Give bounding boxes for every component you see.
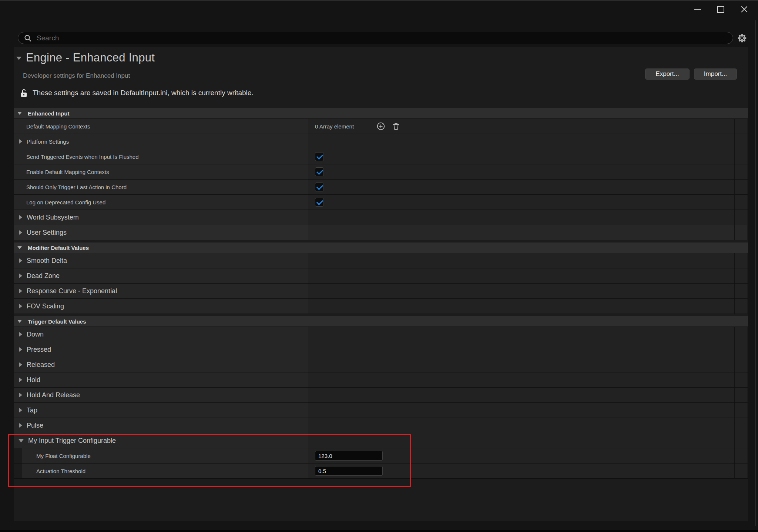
search-icon (24, 34, 31, 42)
checkbox-checked[interactable] (315, 183, 324, 191)
reset-cell (735, 327, 747, 342)
chevron-right-icon[interactable] (19, 274, 22, 278)
value-cell (308, 418, 735, 433)
actuation-threshold-input[interactable] (315, 466, 383, 476)
category-trigger-default-values[interactable]: Trigger Default Values (14, 316, 748, 327)
reset-cell (735, 388, 747, 402)
checkbox-checked[interactable] (315, 167, 324, 176)
chevron-down-icon (17, 320, 22, 323)
row-pulse[interactable]: Pulse (14, 418, 748, 433)
value-cell (308, 342, 735, 357)
reset-cell (735, 299, 747, 314)
chevron-right-icon[interactable] (19, 378, 22, 382)
object-label: Pulse (27, 422, 43, 429)
row-user-settings[interactable]: User Settings (14, 225, 748, 240)
chevron-right-icon[interactable] (19, 362, 22, 367)
label-cell: User Settings (14, 225, 308, 240)
row-pressed[interactable]: Pressed (14, 342, 748, 357)
chevron-right-icon[interactable] (19, 347, 22, 352)
add-array-element-button[interactable] (377, 122, 385, 130)
my-float-configurable-input[interactable] (315, 451, 383, 461)
row-fov-scaling[interactable]: FOV Scaling (14, 299, 748, 314)
chevron-right-icon[interactable] (19, 139, 22, 144)
window-titlebar[interactable] (0, 1, 758, 15)
row-released[interactable]: Released (14, 357, 748, 372)
maximize-button[interactable] (714, 4, 727, 15)
reset-cell (735, 210, 747, 225)
reset-cell (735, 134, 747, 149)
label-cell: My Input Trigger Configurable (14, 433, 308, 448)
chevron-right-icon[interactable] (19, 258, 22, 263)
label-cell: Response Curve - Exponential (14, 284, 308, 298)
chevron-down-icon[interactable] (19, 439, 24, 442)
chevron-right-icon[interactable] (19, 230, 22, 235)
import-button[interactable]: Import... (694, 68, 737, 80)
object-label: User Settings (27, 229, 67, 237)
close-button[interactable] (738, 4, 751, 15)
reset-cell (735, 253, 747, 268)
category-label: Enhanced Input (28, 110, 70, 117)
row-send-triggered-events: Send Triggered Events when Input Is Flus… (14, 149, 748, 164)
row-dead-zone[interactable]: Dead Zone (14, 268, 748, 284)
property-label: Should Only Trigger Last Action in Chord (14, 184, 127, 190)
reset-cell (735, 149, 747, 164)
search-bar[interactable] (18, 32, 733, 44)
close-icon (741, 6, 748, 13)
chevron-right-icon[interactable] (19, 393, 22, 397)
row-down[interactable]: Down (14, 327, 748, 342)
category-modifier-default-values[interactable]: Modifier Default Values (14, 242, 748, 253)
config-file-notice-text: These settings are saved in DefaultInput… (33, 89, 254, 97)
chevron-right-icon[interactable] (19, 304, 22, 308)
window-bottom-edge (0, 530, 758, 532)
row-actuation-threshold: Actuation Threshold (14, 464, 748, 479)
chevron-right-icon[interactable] (19, 423, 22, 428)
reset-cell (735, 180, 747, 194)
row-my-input-trigger-configurable[interactable]: My Input Trigger Configurable (14, 433, 748, 448)
search-input[interactable] (36, 34, 728, 43)
row-response-curve-exponential[interactable]: Response Curve - Exponential (14, 284, 748, 299)
value-cell (308, 195, 735, 210)
row-hold[interactable]: Hold (14, 372, 748, 388)
label-cell: Hold And Release (14, 388, 308, 402)
unlocked-padlock-icon (21, 88, 28, 98)
row-enable-default-mapping-contexts: Enable Default Mapping Contexts (14, 164, 748, 180)
chevron-right-icon[interactable] (19, 289, 22, 293)
object-label: World Subsystem (27, 214, 79, 221)
reset-cell (735, 357, 747, 372)
value-cell (308, 357, 735, 372)
export-button[interactable]: Export... (645, 68, 690, 80)
checkbox-checked[interactable] (315, 152, 324, 161)
row-log-on-deprecated-config: Log on Deprecated Config Used (14, 195, 748, 210)
row-hold-and-release[interactable]: Hold And Release (14, 388, 748, 403)
row-should-only-trigger-last-action: Should Only Trigger Last Action in Chord (14, 180, 748, 195)
page-title-caret-icon[interactable] (16, 57, 21, 60)
chevron-right-icon[interactable] (19, 215, 22, 220)
settings-gear-button[interactable] (737, 33, 748, 44)
label-cell: Actuation Threshold (22, 464, 308, 478)
clear-array-button[interactable] (392, 122, 400, 130)
project-settings-window: { "window": { "minimize_label": "minimiz… (0, 0, 758, 532)
category-enhanced-input[interactable]: Enhanced Input (14, 108, 748, 119)
check-icon (316, 198, 323, 205)
value-cell (308, 149, 735, 164)
label-cell: Tap (14, 403, 308, 418)
chevron-right-icon[interactable] (19, 408, 22, 412)
reset-cell (735, 418, 747, 433)
reset-cell (735, 342, 747, 357)
row-tap[interactable]: Tap (14, 403, 748, 418)
property-label: Send Triggered Events when Input Is Flus… (14, 154, 139, 160)
label-cell: My Float Configurable (22, 448, 308, 463)
minimize-button[interactable] (691, 4, 704, 15)
row-smooth-delta[interactable]: Smooth Delta (14, 253, 748, 268)
chevron-right-icon[interactable] (19, 332, 22, 337)
row-platform-settings[interactable]: Platform Settings (14, 134, 748, 149)
label-cell: World Subsystem (14, 210, 308, 225)
value-cell (308, 464, 735, 478)
value-cell: 0 Array element (308, 119, 735, 134)
row-world-subsystem[interactable]: World Subsystem (14, 210, 748, 225)
reset-cell (735, 403, 747, 418)
label-cell: Smooth Delta (14, 253, 308, 268)
page-title: Engine - Enhanced Input (26, 51, 155, 64)
checkbox-checked[interactable] (315, 198, 324, 207)
row-default-mapping-contexts: Default Mapping Contexts 0 Array element (14, 119, 748, 134)
